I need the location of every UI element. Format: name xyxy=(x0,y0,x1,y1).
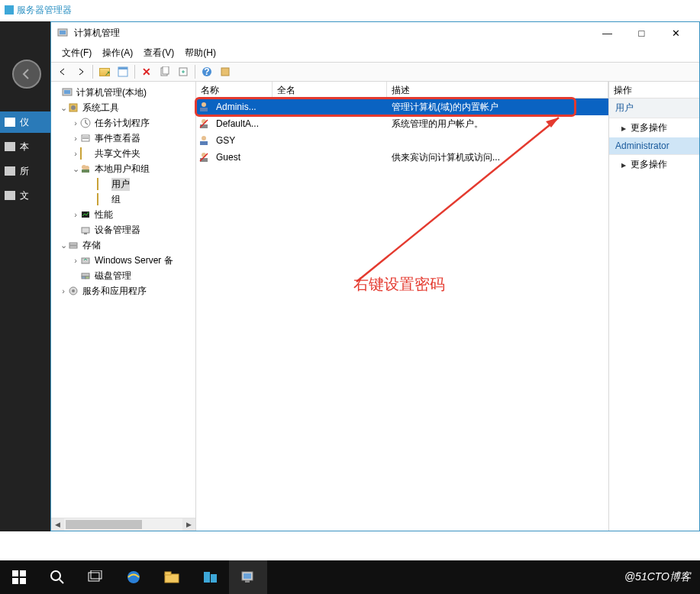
svg-rect-22 xyxy=(82,228,89,233)
svg-rect-45 xyxy=(20,578,26,584)
toolbar: ↗ ✕ ? xyxy=(51,62,699,82)
computer-management-taskbar-icon[interactable] xyxy=(229,560,267,594)
list-body[interactable]: Adminis... 管理计算机(域)的内置帐户 DefaultA... 系统管… xyxy=(196,98,608,531)
actions-more-2[interactable]: 更多操作 xyxy=(609,155,699,174)
list-header[interactable]: 名称 全名 描述 xyxy=(196,82,608,98)
sidebar-item-local[interactable]: 本 xyxy=(0,136,50,157)
col-desc[interactable]: 描述 xyxy=(387,82,608,98)
list-panel: 名称 全名 描述 Adminis... 管理计算机(域)的内置帐户 Defaul… xyxy=(196,82,609,531)
svg-rect-17 xyxy=(82,138,89,139)
user-icon xyxy=(198,101,210,113)
svg-rect-25 xyxy=(69,246,77,248)
actions-group-users[interactable]: 用户 xyxy=(609,98,699,118)
user-row-guest[interactable]: Guest 供来宾访问计算机或访问... xyxy=(196,149,608,166)
col-fullname[interactable]: 全名 xyxy=(273,82,387,98)
scroll-right-icon[interactable]: ▶ xyxy=(182,518,195,531)
task-view-icon[interactable] xyxy=(76,560,115,594)
svg-rect-29 xyxy=(85,276,89,279)
user-disabled-icon xyxy=(198,151,210,163)
close-button[interactable]: ✕ xyxy=(659,22,693,44)
export-icon[interactable] xyxy=(175,64,192,79)
actions-more-1[interactable]: 更多操作 xyxy=(609,118,699,137)
tree-performance[interactable]: ›性能 xyxy=(53,207,194,222)
server-manager-sidebar: 仪 本 所 文 xyxy=(0,21,50,531)
scroll-left-icon[interactable]: ◀ xyxy=(51,518,64,531)
maximize-button[interactable]: □ xyxy=(624,22,659,44)
svg-rect-1 xyxy=(60,31,66,34)
svg-rect-52 xyxy=(165,572,171,575)
tree-users[interactable]: 用户 xyxy=(53,176,194,192)
tree-wsb[interactable]: ›Windows Server 备 xyxy=(53,253,194,268)
copy-icon[interactable] xyxy=(156,64,173,79)
refresh-icon[interactable] xyxy=(217,64,234,79)
svg-rect-51 xyxy=(165,574,179,583)
tree-storage[interactable]: ⌄存储 xyxy=(53,237,194,253)
user-row-default[interactable]: DefaultA... 系统管理的用户帐户。 xyxy=(196,115,608,132)
back-button[interactable] xyxy=(12,60,41,89)
user-row-administrator[interactable]: Adminis... 管理计算机(域)的内置帐户 xyxy=(196,98,608,115)
menu-action[interactable]: 操作(A) xyxy=(98,45,137,61)
titlebar[interactable]: 计算机管理 — □ ✕ xyxy=(51,22,699,44)
user-disabled-icon xyxy=(198,118,210,130)
properties-icon[interactable] xyxy=(115,64,131,79)
tree-scrollbar[interactable]: ◀ ▶ xyxy=(51,518,195,531)
explorer-icon[interactable] xyxy=(153,560,191,594)
start-button[interactable] xyxy=(0,560,38,594)
actions-group-admin[interactable]: Administrator xyxy=(609,137,699,155)
menu-view[interactable]: 查看(V) xyxy=(139,45,179,61)
col-name[interactable]: 名称 xyxy=(196,82,273,98)
minimize-button[interactable]: — xyxy=(590,22,624,44)
svg-rect-23 xyxy=(84,233,87,234)
tree-shared-folders[interactable]: ›共享文件夹 xyxy=(53,146,194,161)
user-icon xyxy=(198,134,210,147)
back-icon[interactable] xyxy=(54,64,71,79)
svg-rect-54 xyxy=(211,574,217,583)
actions-panel: 操作 用户 更多操作 Administrator 更多操作 xyxy=(609,82,699,531)
svg-rect-5 xyxy=(163,66,169,74)
server-manager-titlebar: 服务器管理器 xyxy=(0,0,700,20)
sidebar-item-all[interactable]: 所 xyxy=(0,160,50,182)
tree-panel: 计算机管理(本地) ⌄系统工具 ›任务计划程序 ›事件查看器 ›共享文件夹 ⌄本… xyxy=(51,82,196,531)
window-title: 计算机管理 xyxy=(74,27,120,40)
up-icon[interactable]: ↗ xyxy=(96,64,113,79)
server-manager-taskbar-icon[interactable] xyxy=(191,560,229,594)
server-manager-icon xyxy=(5,5,14,15)
search-icon[interactable] xyxy=(38,560,76,594)
tree-local-users[interactable]: ⌄本地用户和组 xyxy=(53,161,194,176)
tree-services-apps[interactable]: ›服务和应用程序 xyxy=(53,283,194,299)
svg-rect-24 xyxy=(69,243,77,245)
tree-device-manager[interactable]: 设备管理器 xyxy=(53,222,194,237)
tree[interactable]: 计算机管理(本地) ⌄系统工具 ›任务计划程序 ›事件查看器 ›共享文件夹 ⌄本… xyxy=(51,82,195,518)
svg-rect-28 xyxy=(82,276,85,279)
menu-file[interactable]: 文件(F) xyxy=(57,45,96,61)
tree-event-viewer[interactable]: ›事件查看器 xyxy=(53,131,194,146)
svg-rect-49 xyxy=(91,570,102,579)
tree-disk-mgmt[interactable]: 磁盘管理 xyxy=(53,268,194,283)
svg-rect-42 xyxy=(12,570,18,576)
svg-rect-9 xyxy=(221,68,229,76)
ie-icon[interactable] xyxy=(115,560,153,594)
tree-task-scheduler[interactable]: ›任务计划程序 xyxy=(53,115,194,131)
user-row-gsy[interactable]: GSY xyxy=(196,132,608,149)
svg-point-32 xyxy=(202,102,206,107)
scroll-thumb[interactable] xyxy=(66,520,142,529)
menu-help[interactable]: 帮助(H) xyxy=(180,45,221,61)
svg-rect-37 xyxy=(200,141,208,145)
actions-header: 操作 xyxy=(609,82,699,98)
tree-system-tools[interactable]: ⌄系统工具 xyxy=(53,100,194,115)
svg-rect-11 xyxy=(64,90,70,94)
svg-rect-43 xyxy=(20,570,26,576)
svg-rect-57 xyxy=(245,580,250,583)
svg-rect-53 xyxy=(204,572,210,583)
taskbar[interactable]: @51CTO博客 xyxy=(0,560,700,594)
tree-groups[interactable]: 组 xyxy=(53,192,194,207)
delete-icon[interactable]: ✕ xyxy=(138,64,155,79)
menubar: 文件(F) 操作(A) 查看(V) 帮助(H) xyxy=(51,44,699,62)
tree-root[interactable]: 计算机管理(本地) xyxy=(53,85,194,100)
annotation-text: 右键设置密码 xyxy=(353,274,445,295)
forward-icon[interactable] xyxy=(73,64,89,79)
sidebar-item-file[interactable]: 文 xyxy=(0,185,50,206)
help-icon[interactable]: ? xyxy=(198,64,215,79)
watermark: @51CTO博客 xyxy=(624,570,700,584)
sidebar-item-dashboard[interactable]: 仪 xyxy=(0,111,50,133)
